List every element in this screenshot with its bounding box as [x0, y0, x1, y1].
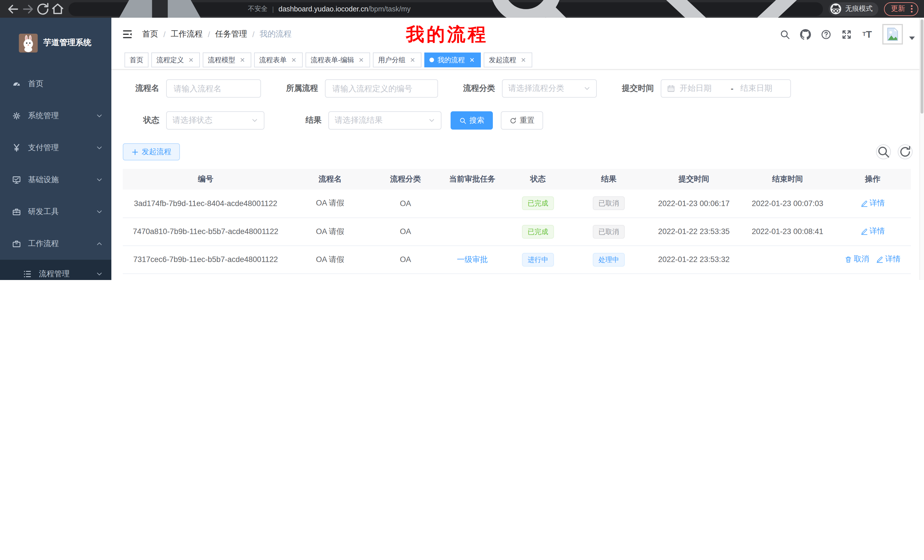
screenshot-root: 不安全 | dashboard.yudao.iocoder.cn/bpm/tas… — [0, 0, 924, 280]
tab-label: 发起流程 — [489, 55, 516, 65]
sidebar-item-流程管理[interactable]: 流程管理 — [0, 260, 111, 280]
column-header-流程分类: 流程分类 — [372, 169, 439, 190]
refresh-table-button[interactable] — [898, 144, 913, 159]
scrollbar-thumb[interactable] — [921, 19, 923, 114]
cell-end-time: 2022-01-22 23:51:20 — [741, 273, 834, 280]
help-icon[interactable] — [820, 29, 831, 40]
back-icon[interactable] — [6, 1, 21, 16]
toggle-search-button[interactable] — [876, 144, 891, 159]
url-bar[interactable]: 不安全 | dashboard.yudao.iocoder.cn/bpm/tas… — [69, 2, 823, 16]
forward-icon[interactable] — [21, 1, 35, 16]
briefcase-icon — [12, 239, 21, 248]
font-size-icon[interactable]: TT — [862, 29, 873, 40]
sidebar-item-工作流程[interactable]: 工作流程 — [0, 228, 111, 260]
close-icon[interactable]: ✕ — [520, 56, 527, 64]
tab-流程模型[interactable]: 流程模型✕ — [203, 52, 251, 67]
search-icon[interactable] — [780, 29, 790, 40]
tab-我的流程[interactable]: 我的流程✕ — [424, 52, 481, 67]
sidebar-item-支付管理[interactable]: 支付管理 — [0, 132, 111, 164]
sidebar-item-label: 工作流程 — [28, 239, 59, 249]
task-link[interactable]: 一级审批 — [457, 255, 488, 264]
cell-submit-time: 2022-01-22 23:53:35 — [647, 217, 741, 246]
avatar[interactable] — [882, 24, 903, 45]
broken-image-icon — [885, 27, 900, 42]
plus-icon — [131, 148, 139, 156]
sidebar-item-label: 系统管理 — [28, 111, 59, 121]
gear-icon — [12, 111, 21, 120]
table-header-row: 编号流程名流程分类当前审批任务状态结果提交时间结束时间操作 — [123, 169, 911, 190]
sidebar-item-label: 流程管理 — [39, 269, 70, 279]
cell-submit-time: 2022-01-22 23:53:32 — [647, 246, 741, 273]
create-process-button[interactable]: 发起流程 — [123, 143, 180, 160]
monitor-icon — [12, 175, 21, 184]
logo-row[interactable]: 芋道管理系统 — [0, 18, 111, 68]
sidebar-item-研发工具[interactable]: 研发工具 — [0, 196, 111, 228]
status-label: 状态 — [123, 115, 166, 126]
sidebar-collapse-icon[interactable] — [122, 28, 133, 40]
close-icon[interactable]: ✕ — [188, 56, 195, 64]
cell-operations: 详情 — [834, 217, 911, 246]
chevron-down-icon — [251, 117, 258, 124]
search-button[interactable]: 搜索 — [451, 111, 493, 130]
date-range-picker[interactable]: 开始日期 - 结束日期 — [661, 79, 791, 97]
cancel-link[interactable]: 取消 — [844, 254, 869, 265]
chevron-up-icon — [96, 240, 103, 247]
tab-label: 流程模型 — [208, 55, 235, 65]
chevron-down-icon — [96, 208, 103, 215]
cell-status: 进行中 — [506, 246, 570, 273]
detail-link[interactable]: 详情 — [860, 198, 885, 208]
tab-流程表单-编辑[interactable]: 流程表单-编辑✕ — [306, 52, 370, 67]
result-badge: 已取消 — [593, 225, 625, 238]
reload-icon[interactable] — [35, 1, 50, 16]
incognito-label: 无痕模式 — [845, 4, 873, 14]
cell-result: 已取消 — [570, 217, 647, 246]
sidebar-item-系统管理[interactable]: 系统管理 — [0, 100, 111, 132]
process-name-input[interactable] — [166, 79, 261, 97]
sidebar-item-首页[interactable]: 首页 — [0, 68, 111, 100]
avatar-caret-icon[interactable] — [909, 36, 915, 40]
tab-流程定义[interactable]: 流程定义✕ — [152, 52, 200, 67]
breadcrumb-item-首页[interactable]: 首页 — [142, 29, 158, 39]
cell-operations: 取消详情 — [834, 246, 911, 273]
close-icon[interactable]: ✕ — [409, 56, 416, 64]
sidebar: 芋道管理系统 首页系统管理支付管理基础设施研发工具工作流程流程管理任务管理我的流… — [0, 18, 111, 280]
incognito-badge: 无痕模式 — [829, 2, 878, 16]
detail-link[interactable]: 详情 — [860, 226, 885, 237]
column-header-操作: 操作 — [834, 169, 911, 190]
close-icon[interactable]: ✕ — [239, 56, 246, 64]
reset-button[interactable]: 重置 — [501, 111, 543, 130]
cell-operations: 详情 — [834, 273, 911, 280]
browser-menu-icon[interactable] — [909, 5, 914, 13]
fullscreen-icon[interactable] — [841, 29, 852, 40]
url-text: dashboard.yudao.iocoder.cn/bpm/task/my — [278, 5, 463, 13]
breadcrumb-item-任务管理[interactable]: 任务管理 — [215, 29, 247, 39]
sidebar-item-基础设施[interactable]: 基础设施 — [0, 164, 111, 196]
edit-icon — [860, 199, 868, 207]
browser-update-button[interactable]: 更新 — [884, 2, 918, 16]
close-icon[interactable]: ✕ — [290, 56, 297, 64]
cell-current-task: 一级审批 — [439, 246, 506, 273]
cell-process-name: OA 请假 — [288, 246, 372, 273]
update-label: 更新 — [891, 4, 905, 14]
tab-用户分组[interactable]: 用户分组✕ — [373, 52, 422, 67]
result-badge: 已取消 — [593, 197, 625, 210]
detail-link[interactable]: 详情 — [876, 254, 901, 265]
close-icon[interactable]: ✕ — [357, 56, 365, 64]
tab-首页[interactable]: 首页 — [124, 52, 148, 67]
home-icon[interactable] — [50, 1, 65, 16]
result-select[interactable]: 请选择流结果 — [328, 111, 441, 130]
status-select[interactable]: 请选择状态 — [166, 111, 264, 130]
chevron-down-icon — [96, 177, 103, 183]
tab-发起流程[interactable]: 发起流程✕ — [484, 52, 532, 67]
breadcrumb-item-我的流程: 我的流程 — [260, 29, 291, 39]
process-table: 编号流程名流程分类当前审批任务状态结果提交时间结束时间操作 3ad174fb-7… — [123, 169, 911, 280]
close-icon[interactable]: ✕ — [468, 56, 476, 64]
page-scrollbar[interactable] — [920, 18, 924, 280]
github-icon[interactable] — [800, 29, 811, 40]
category-select[interactable]: 请选择流程分类 — [502, 79, 597, 97]
cell-end-time: 2022-01-23 00:07:03 — [741, 190, 834, 217]
cell-result: 通过 — [570, 273, 647, 280]
breadcrumb-item-工作流程[interactable]: 工作流程 — [171, 29, 203, 39]
tab-流程表单[interactable]: 流程表单✕ — [254, 52, 303, 67]
definition-input[interactable] — [325, 79, 438, 97]
